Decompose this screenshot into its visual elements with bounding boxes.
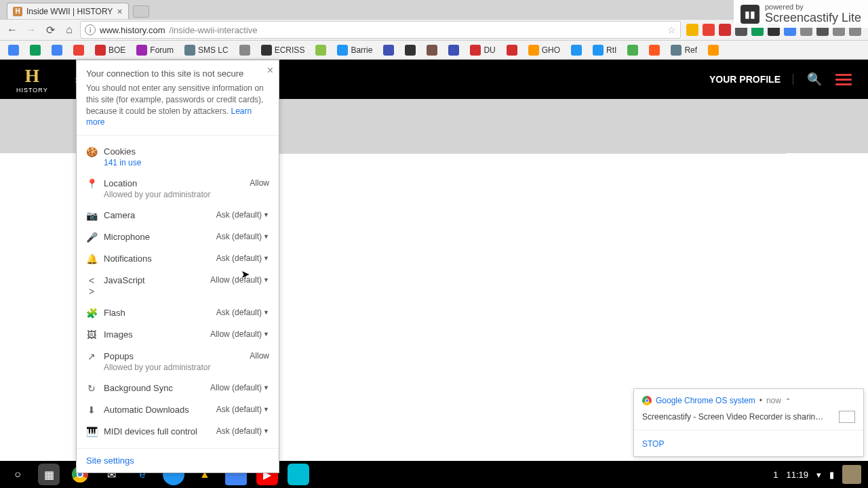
battery-icon[interactable]: ▮: [829, 470, 834, 480]
system-notification[interactable]: Google Chrome OS system • now ⌃ Screenca…: [633, 388, 864, 457]
stop-button[interactable]: STOP: [642, 439, 664, 449]
bookmark-item[interactable]: [47, 43, 66, 57]
bookmark-item[interactable]: DU: [466, 43, 499, 57]
site-settings-link[interactable]: Site settings: [86, 455, 134, 466]
ext-icon[interactable]: [703, 24, 715, 36]
dropdown-caret-icon: ▼: [263, 277, 269, 283]
bookmark-item[interactable]: [379, 43, 398, 57]
cookies-item[interactable]: 🍪 Cookies 141 in use: [77, 141, 279, 173]
permission-icon: ⬇: [86, 405, 97, 415]
bookmark-favicon: [593, 45, 604, 56]
permission-value[interactable]: Ask (default)▼: [216, 308, 269, 317]
permission-label: JavaScript: [104, 275, 203, 285]
launcher-icon[interactable]: ○: [7, 464, 28, 485]
bookmark-favicon: [448, 45, 459, 56]
bookmark-item[interactable]: SMS LC: [180, 43, 233, 57]
back-button[interactable]: ←: [4, 22, 20, 38]
permission-sublabel: Allowed by your administrator: [104, 190, 243, 199]
bookmark-item[interactable]: RtI: [589, 43, 620, 57]
permission-value[interactable]: Ask (default)▼: [216, 253, 269, 263]
bookmark-item[interactable]: [4, 43, 23, 57]
dropdown-caret-icon: ▼: [263, 406, 269, 413]
dropdown-caret-icon: ▼: [263, 331, 269, 338]
site-info-icon[interactable]: i: [85, 24, 96, 35]
permission-value[interactable]: Ask (default)▼: [216, 405, 269, 414]
permission-value[interactable]: Ask (default)▼: [216, 232, 269, 241]
bookmark-favicon: [571, 45, 582, 56]
bookmark-item[interactable]: [704, 43, 723, 57]
bookmark-favicon: [708, 45, 719, 56]
popup-title: Your connection to this site is not secu…: [86, 68, 269, 79]
permission-item: ↻Background SyncAllow (default)▼: [77, 378, 279, 399]
bookmark-item[interactable]: [69, 43, 88, 57]
your-profile-link[interactable]: YOUR PROFILE: [709, 74, 793, 85]
bookmark-item[interactable]: ECRISS: [257, 43, 309, 57]
cookies-count-link[interactable]: 141 in use: [104, 158, 269, 167]
bookmark-label: Forum: [150, 45, 174, 55]
user-avatar[interactable]: [842, 465, 861, 484]
permission-value[interactable]: Allow (default)▼: [210, 383, 269, 392]
permission-sublabel: Allowed by your administrator: [104, 363, 243, 372]
bookmark-favicon: [528, 45, 539, 56]
bookmark-item[interactable]: GHO: [524, 43, 564, 57]
bookmark-favicon: [383, 45, 394, 56]
notification-count[interactable]: 1: [773, 470, 778, 480]
ext-icon[interactable]: [719, 24, 731, 36]
bookmark-item[interactable]: [311, 43, 330, 57]
browser-tab[interactable]: H Inside WWII | HISTORY ×: [7, 3, 129, 19]
wifi-icon[interactable]: ▾: [816, 470, 821, 480]
bookmark-item[interactable]: Barrie: [333, 43, 376, 57]
expand-icon[interactable]: ⌃: [785, 397, 791, 405]
bookmark-star-icon[interactable]: ☆: [667, 24, 676, 35]
files-icon[interactable]: ▦: [38, 464, 60, 485]
permission-label: Background Sync: [104, 383, 203, 393]
permission-value[interactable]: Allow (default)▼: [210, 329, 269, 339]
permission-item: 🎤MicrophoneAsk (default)▼: [77, 226, 279, 248]
hamburger-menu-icon[interactable]: [835, 74, 852, 85]
bookmarks-bar: BOEForumSMS LCECRISSBarrieDUGHORtIRef: [0, 41, 868, 60]
permission-item: 📷CameraAsk (default)▼: [77, 205, 279, 226]
site-logo[interactable]: H HISTORY: [16, 65, 48, 94]
tab-close-icon[interactable]: ×: [117, 6, 122, 17]
watermark-line2: Screencastify Lite: [765, 11, 861, 25]
popup-close-icon[interactable]: ×: [267, 64, 273, 77]
bookmark-item[interactable]: BOE: [91, 43, 130, 57]
bookmark-item[interactable]: [26, 43, 45, 57]
url-path: /inside-wwii-interactive: [170, 25, 258, 35]
permission-value[interactable]: Allow (default)▼: [210, 275, 269, 285]
dropdown-caret-icon: ▼: [263, 384, 269, 391]
permission-label: Flash: [104, 308, 210, 318]
forward-button[interactable]: →: [23, 22, 39, 38]
url-bar[interactable]: i www.history.com/inside-wwii-interactiv…: [80, 21, 681, 39]
permission-icon: 📍: [86, 178, 97, 189]
clock[interactable]: 11:19: [786, 470, 808, 480]
permission-value[interactable]: Ask (default)▼: [216, 426, 269, 436]
bookmark-item[interactable]: Ref: [667, 43, 701, 57]
permission-label: LocationAllowed by your administrator: [104, 178, 243, 199]
bookmark-item[interactable]: [235, 43, 254, 57]
ext-icon[interactable]: [686, 24, 698, 36]
chrome-icon: [642, 396, 652, 405]
bookmark-item[interactable]: [645, 43, 664, 57]
app-icon[interactable]: [288, 464, 309, 485]
bookmark-item[interactable]: [422, 43, 441, 57]
reload-button[interactable]: ⟳: [42, 22, 58, 38]
new-tab-button[interactable]: [133, 5, 149, 18]
permission-item: ⬇Automatic DownloadsAsk (default)▼: [77, 399, 279, 421]
bookmark-item[interactable]: [623, 43, 642, 57]
bookmark-item[interactable]: [567, 43, 586, 57]
bookmark-favicon: [8, 45, 19, 56]
permission-item: 🧩FlashAsk (default)▼: [77, 302, 279, 324]
bookmark-item[interactable]: [444, 43, 463, 57]
permission-value[interactable]: Ask (default)▼: [216, 210, 269, 220]
bookmark-item[interactable]: Forum: [132, 43, 178, 57]
bookmark-item[interactable]: [401, 43, 420, 57]
bookmark-favicon: [405, 45, 416, 56]
bookmark-label: Barrie: [351, 45, 372, 55]
cookies-label: Cookies: [104, 146, 136, 157]
bookmark-item[interactable]: [502, 43, 521, 57]
home-button[interactable]: ⌂: [61, 22, 77, 38]
search-icon[interactable]: 🔍: [807, 72, 822, 87]
bookmark-favicon: [470, 45, 481, 56]
bookmark-favicon: [73, 45, 84, 56]
